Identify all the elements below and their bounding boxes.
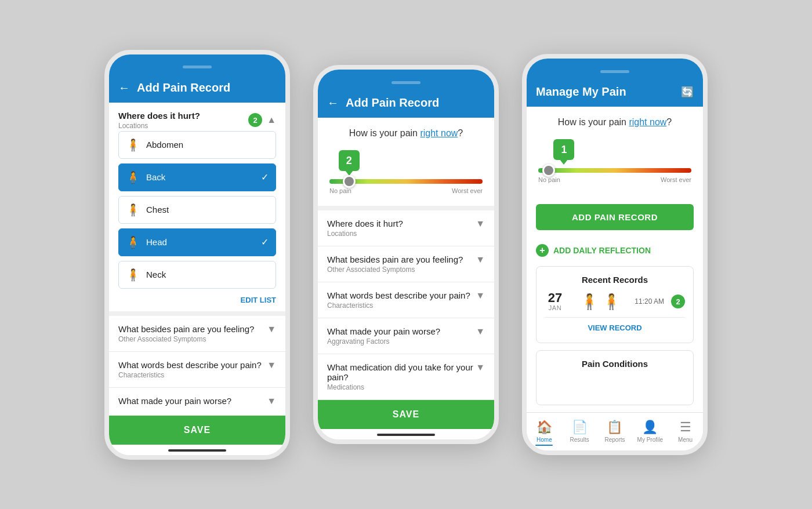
back-label: Back (146, 172, 255, 182)
acc-meds-sub-2: Medications (327, 383, 476, 391)
section-divider-2a (318, 206, 494, 210)
accordion-aggravating-2[interactable]: What made your pain worse? Aggravating F… (318, 318, 494, 354)
location-badge: 2 (248, 113, 262, 127)
slider-thumb-3[interactable] (542, 164, 555, 177)
header-3: Manage My Pain 🔄 (527, 79, 703, 107)
location-item-back[interactable]: 🧍 Back ✓ (118, 163, 276, 191)
acc-symptoms-sub-2: Other Associated Symptoms (327, 266, 463, 274)
nav-menu[interactable]: ☰ Menu (668, 417, 703, 448)
view-record-button[interactable]: VIEW RECORD (545, 317, 685, 335)
slider-thumb-2[interactable] (343, 175, 356, 188)
plus-icon: + (536, 244, 549, 257)
chevron-aggravating-icon-2: ▼ (476, 326, 485, 337)
pain-q-highlight-2: right now (420, 128, 458, 138)
location-item-chest[interactable]: 🧍 Chest (118, 196, 276, 224)
edit-list-button[interactable]: EDIT LIST (109, 293, 285, 311)
phone-3: Manage My Pain 🔄 How is your pain right … (522, 54, 708, 455)
acc-symptoms-title-2: What besides pain are you feeling? (327, 254, 463, 264)
record-body-icons: 🧍 🧍 (572, 293, 628, 311)
location-item-abdomen[interactable]: 🧍 Abdomen (118, 131, 276, 159)
nav-home[interactable]: 🏠 Home (527, 417, 562, 448)
no-pain-label-3: No pain (538, 176, 560, 183)
refresh-icon[interactable]: 🔄 (681, 86, 694, 99)
notch-pill-2 (392, 81, 420, 84)
phone1-content: Where does it hurt? Locations 2 ▲ 🧍 Abdo… (109, 103, 285, 455)
save-button-2[interactable]: SAVE (318, 400, 494, 429)
slider-track-3[interactable] (538, 168, 691, 173)
chevron-meds-icon-2: ▼ (476, 362, 485, 373)
record-date-month: JAN (545, 304, 566, 311)
home-indicator-2 (318, 429, 494, 439)
chevron-describe-icon: ▼ (267, 360, 276, 370)
bottom-nav: 🏠 Home 📄 Results 📋 Reports 👤 My Profile (527, 412, 703, 450)
chevron-describe-icon-2: ▼ (476, 290, 485, 301)
location-list: 🧍 Abdomen 🧍 Back ✓ 🧍 Chest 🧍 Head ✓ (109, 131, 285, 289)
accordion-worse[interactable]: What made your pain worse? ▼ (109, 388, 285, 416)
nav-reports[interactable]: 📋 Reports (597, 417, 633, 448)
abdomen-icon: 🧍 (126, 138, 140, 152)
header-1: ← Add Pain Record (109, 75, 285, 103)
accordion-meds-text-2: What medication did you take for your pa… (327, 362, 476, 391)
back-button-1[interactable]: ← (118, 81, 130, 94)
accordion-symptoms-2[interactable]: What besides pain are you feeling? Other… (318, 246, 494, 282)
scene: ← Add Pain Record Where does it hurt? Lo… (81, 27, 731, 483)
home-line-1 (168, 449, 226, 452)
accordion-describe[interactable]: What words best describe your pain? Char… (109, 352, 285, 388)
where-title: Where does it hurt? (118, 111, 200, 121)
where-sub: Locations (118, 121, 200, 130)
accordion-where-2[interactable]: Where does it hurt? Locations ▼ (318, 210, 494, 246)
acc-symptoms-sub: Other Associated Symptoms (118, 335, 254, 343)
worst-label-3: Worst ever (661, 176, 691, 183)
section-divider-1 (109, 311, 285, 316)
save-button-1[interactable]: SAVE (109, 416, 285, 445)
recent-records-title: Recent Records (545, 275, 685, 285)
accordion-where-text-2: Where does it hurt? Locations (327, 219, 403, 238)
record-time: 11:20 AM (635, 297, 664, 306)
slider-track-2[interactable] (329, 179, 483, 184)
nav-results[interactable]: 📄 Results (562, 417, 597, 448)
home-line-2 (377, 434, 435, 436)
where-title-group: Where does it hurt? Locations (118, 111, 200, 130)
home-nav-icon: 🏠 (536, 420, 552, 435)
header-title-1: Add Pain Record (137, 81, 276, 94)
chevron-up-icon[interactable]: ▲ (267, 115, 276, 125)
where-section-header: Where does it hurt? Locations 2 ▲ (109, 103, 285, 131)
nav-profile[interactable]: 👤 My Profile (632, 417, 668, 448)
accordion-describe-text-2: What words best describe your pain? Char… (327, 290, 470, 310)
header-2: ← Add Pain Record (318, 90, 494, 118)
record-badge: 2 (671, 295, 685, 308)
add-daily-reflection-button[interactable]: + ADD DAILY REFLECTION (527, 239, 703, 266)
location-item-neck[interactable]: 🧍 Neck (118, 261, 276, 289)
profile-nav-label: My Profile (637, 437, 663, 443)
acc-describe-sub: Characteristics (118, 371, 262, 379)
accordion-meds-2[interactable]: What medication did you take for your pa… (318, 354, 494, 400)
add-pain-record-button[interactable]: ADD PAIN RECORD (536, 204, 694, 230)
accordion-describe-2[interactable]: What words best describe your pain? Char… (318, 282, 494, 318)
phone-1: ← Add Pain Record Where does it hurt? Lo… (104, 50, 290, 460)
accordion-describe-text: What words best describe your pain? Char… (118, 360, 262, 379)
slider-labels-3: No pain Worst ever (538, 176, 691, 183)
slider-track-bar-3 (538, 168, 691, 173)
slider-section-2: 2 No pain Worst ever (318, 144, 494, 206)
notch-pill-1 (183, 66, 212, 68)
back-icon: 🧍 (126, 170, 140, 184)
manage-title: Manage My Pain (536, 85, 626, 99)
body-icon-2: 🧍 (602, 293, 621, 311)
chevron-symptoms-icon: ▼ (267, 324, 276, 335)
reports-nav-icon: 📋 (607, 420, 622, 435)
chevron-symptoms-icon-2: ▼ (476, 254, 485, 265)
pain-question-2: How is your pain right now? (318, 118, 494, 144)
recent-records-card: Recent Records 27 JAN 🧍 🧍 11:20 AM 2 (536, 266, 694, 343)
chest-icon: 🧍 (126, 203, 140, 217)
back-button-2[interactable]: ← (327, 96, 339, 110)
acc-describe-title: What words best describe your pain? (118, 360, 262, 370)
slider-labels-2: No pain Worst ever (329, 187, 483, 194)
results-nav-icon: 📄 (572, 420, 588, 435)
location-item-head[interactable]: 🧍 Head ✓ (118, 228, 276, 256)
acc-meds-title-2: What medication did you take for your pa… (327, 362, 476, 382)
accordion-symptoms[interactable]: What besides pain are you feeling? Other… (109, 316, 285, 352)
chest-label: Chest (146, 205, 269, 214)
neck-label: Neck (146, 270, 269, 279)
notch-bar-3 (527, 59, 703, 79)
neck-icon: 🧍 (126, 268, 140, 282)
